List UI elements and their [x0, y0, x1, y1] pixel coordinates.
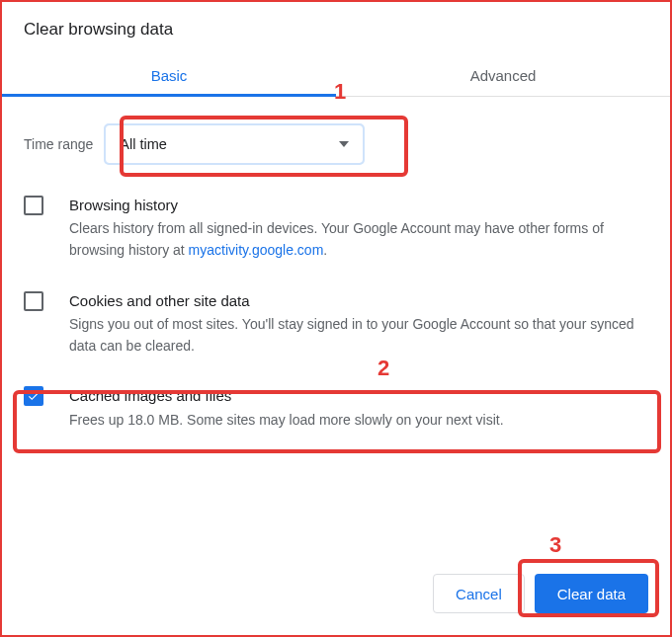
history-desc-post: . [323, 242, 327, 258]
checkbox-cache[interactable] [24, 386, 43, 406]
item-text: Cached images and files Frees up 18.0 MB… [69, 384, 504, 431]
time-range-row: Time range All time [24, 124, 648, 164]
tab-basic[interactable]: Basic [2, 53, 336, 96]
item-cookies: Cookies and other site data Signs you ou… [24, 289, 648, 358]
chevron-down-icon [339, 141, 349, 147]
history-desc-pre: Clears history from all signed-in device… [69, 220, 604, 258]
annotation-number-3: 3 [549, 532, 561, 558]
clear-browsing-data-dialog: Clear browsing data Basic Advanced Time … [0, 0, 672, 637]
checkbox-cookies[interactable] [24, 291, 43, 311]
time-range-value: All time [120, 136, 167, 152]
cancel-button[interactable]: Cancel [433, 574, 525, 613]
myactivity-link[interactable]: myactivity.google.com [189, 242, 324, 258]
time-range-select[interactable]: All time [105, 124, 364, 164]
time-range-select-wrap: All time [105, 124, 364, 164]
item-desc-history: Clears history from all signed-in device… [69, 218, 648, 261]
item-text: Cookies and other site data Signs you ou… [69, 289, 648, 358]
item-cache: Cached images and files Frees up 18.0 MB… [24, 384, 648, 431]
tab-advanced[interactable]: Advanced [336, 53, 670, 96]
checkbox-history[interactable] [24, 196, 43, 215]
dialog-body: Time range All time Browsing history Cle… [2, 97, 670, 431]
item-title-cookies: Cookies and other site data [69, 289, 648, 312]
clear-data-button[interactable]: Clear data [535, 574, 648, 613]
item-text: Browsing history Clears history from all… [69, 194, 648, 262]
item-desc-cookies: Signs you out of most sites. You'll stay… [69, 314, 648, 357]
dialog-title: Clear browsing data [2, 2, 670, 53]
item-browsing-history: Browsing history Clears history from all… [24, 194, 648, 262]
item-title-history: Browsing history [69, 194, 648, 216]
item-desc-cache: Frees up 18.0 MB. Some sites may load mo… [69, 410, 504, 432]
dialog-actions: Cancel Clear data [433, 574, 648, 613]
item-title-cache: Cached images and files [69, 384, 504, 407]
time-range-label: Time range [24, 136, 93, 152]
tabs: Basic Advanced [2, 53, 670, 97]
